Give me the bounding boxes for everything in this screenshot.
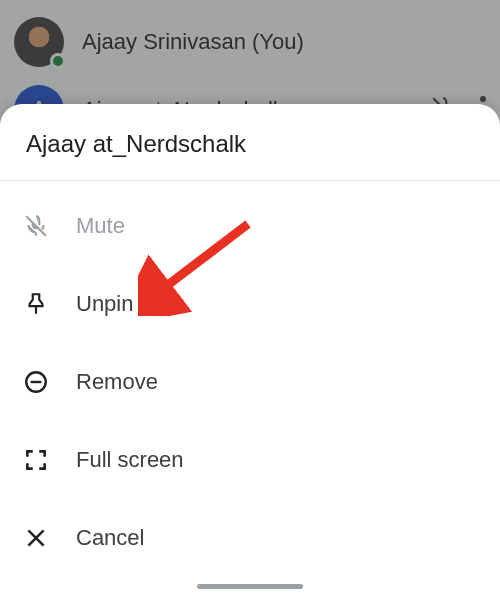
- menu-item-unpin[interactable]: Unpin: [0, 265, 500, 343]
- menu-item-fullscreen[interactable]: Full screen: [0, 421, 500, 499]
- fullscreen-icon: [22, 446, 50, 474]
- menu-item-label: Remove: [76, 369, 158, 395]
- menu-item-cancel[interactable]: Cancel: [0, 499, 500, 577]
- menu-item-label: Mute: [76, 213, 125, 239]
- menu-item-mute: Mute: [0, 187, 500, 265]
- menu-item-label: Cancel: [76, 525, 144, 551]
- bottom-sheet: Ajaay at_Nerdschalk Mute Unpin Remove: [0, 104, 500, 599]
- sheet-title: Ajaay at_Nerdschalk: [0, 104, 500, 180]
- menu-item-label: Unpin: [76, 291, 133, 317]
- gesture-handle[interactable]: [197, 584, 303, 589]
- mic-off-icon: [22, 212, 50, 240]
- cancel-icon: [22, 524, 50, 552]
- menu-item-remove[interactable]: Remove: [0, 343, 500, 421]
- menu: Mute Unpin Remove Full screen: [0, 181, 500, 583]
- pin-icon: [22, 290, 50, 318]
- remove-icon: [22, 368, 50, 396]
- menu-item-label: Full screen: [76, 447, 184, 473]
